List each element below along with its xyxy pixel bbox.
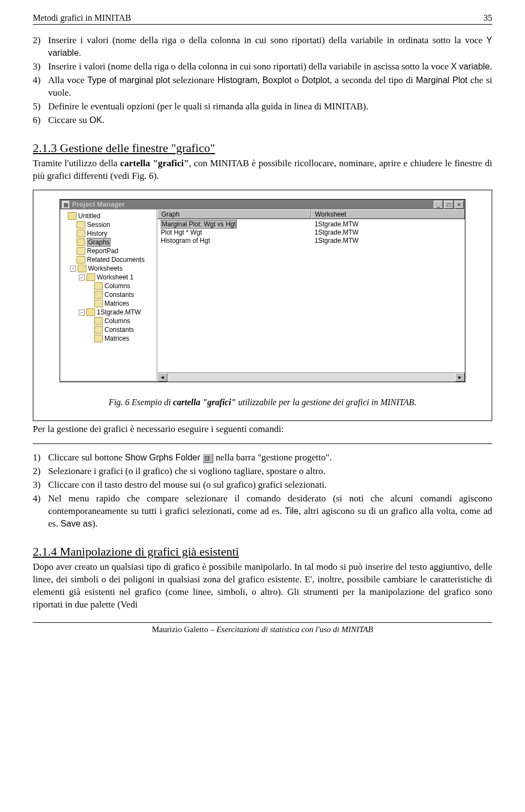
show-graphs-folder-icon[interactable] xyxy=(202,453,213,463)
project-manager-window: ▦ Project Manager _ □ × Untitled Session… xyxy=(60,199,465,382)
horizontal-scrollbar[interactable]: ◄ ► xyxy=(158,372,465,382)
graph-name: Histogram of Hgt xyxy=(161,237,210,244)
window-titlebar[interactable]: ▦ Project Manager _ □ × xyxy=(60,200,465,209)
tree-item[interactable]: Columns xyxy=(61,317,155,325)
list2-item-3: Cliccare con il tasto destro del mouse s… xyxy=(48,479,492,492)
tree-label: ReportPad xyxy=(87,247,118,255)
tree-label: 1Stgrade.MTW xyxy=(97,308,141,316)
tree-label: Columns xyxy=(104,282,130,290)
worksheet-name: 1Stgrade.MTW xyxy=(311,220,465,229)
folder-icon xyxy=(94,317,103,325)
expand-icon[interactable] xyxy=(88,336,92,341)
paragraph-commands: Per la gestione dei grafici è necessario… xyxy=(33,423,492,436)
folder-icon xyxy=(77,238,85,246)
list-row[interactable]: Marginal Plot: Wgt vs Hgt1Stgrade.MTW xyxy=(158,220,465,229)
tree-item[interactable]: Matrices xyxy=(61,299,155,308)
folder-icon xyxy=(77,230,85,237)
folder-icon xyxy=(68,212,77,220)
list-row[interactable]: Plot Hgt * Wgt1Stgrade.MTW xyxy=(158,229,465,237)
graph-name: Marginal Plot: Wgt vs Hgt xyxy=(161,220,237,229)
list2-item-4: Nel menu rapido che compare selezionare … xyxy=(48,493,492,530)
collapse-icon[interactable]: − xyxy=(79,309,85,316)
tree-label: Related Documents xyxy=(87,256,144,264)
tree-item[interactable]: −1Stgrade.MTW xyxy=(61,308,155,317)
expand-icon[interactable] xyxy=(88,319,92,324)
folder-icon xyxy=(94,335,103,342)
tree-label: Matrices xyxy=(104,300,129,307)
tree-item[interactable]: Columns xyxy=(61,282,155,290)
figure-6-container: ▦ Project Manager _ □ × Untitled Session… xyxy=(33,190,492,421)
folder-icon xyxy=(94,291,103,299)
folder-tree[interactable]: Untitled Session History Graphs ReportPa… xyxy=(60,209,158,382)
section-213-paragraph: Tramite l'utilizzo della cartella "grafi… xyxy=(33,157,492,183)
list1-item-3: Inserire i valori (nome della riga o del… xyxy=(48,61,492,73)
tree-item[interactable]: −Worksheets xyxy=(61,264,155,273)
worksheet-name: 1Stgrade.MTW xyxy=(311,229,465,237)
expand-icon[interactable] xyxy=(61,214,66,219)
collapse-icon[interactable]: − xyxy=(79,274,85,281)
list-row[interactable]: Histogram of Hgt1Stgrade.MTW xyxy=(158,237,465,245)
tree-label: Matrices xyxy=(104,335,129,342)
expand-icon[interactable] xyxy=(70,231,75,236)
tree-item[interactable]: −Worksheet 1 xyxy=(61,273,155,282)
folder-icon xyxy=(77,256,85,264)
expand-icon[interactable] xyxy=(70,240,75,245)
tree-label: History xyxy=(87,230,107,237)
collapse-icon[interactable]: − xyxy=(70,266,76,272)
instruction-list-2: 1)Cliccare sul bottone Show Grphs Folder… xyxy=(33,452,492,530)
folder-icon xyxy=(77,247,85,255)
folder-icon xyxy=(86,273,95,281)
expand-icon[interactable] xyxy=(70,223,75,227)
tree-item[interactable]: Session xyxy=(61,220,155,229)
tree-label: Constants xyxy=(104,326,134,334)
expand-icon[interactable] xyxy=(88,293,92,297)
list2-item-2: Selezionare i grafici (o il grafico) che… xyxy=(48,465,492,478)
close-button[interactable]: × xyxy=(454,201,464,209)
window-title: Project Manager xyxy=(72,201,433,208)
list1-item-4: Alla voce Type of marginal plot selezion… xyxy=(48,74,492,100)
expand-icon[interactable] xyxy=(88,301,92,306)
page-header: Metodi grafici in MINITAB 35 xyxy=(33,13,492,25)
folder-icon xyxy=(94,300,103,307)
tree-label: Worksheet 1 xyxy=(97,273,133,281)
tree-item[interactable]: Constants xyxy=(61,325,155,334)
section-214-paragraph: Dopo aver creato un qualsiasi tipo di gr… xyxy=(33,561,492,611)
divider xyxy=(33,443,492,444)
tree-label: Constants xyxy=(104,291,134,299)
section-213-title: 2.1.3 Gestione delle finestre "grafico" xyxy=(33,141,492,155)
scroll-left-button[interactable]: ◄ xyxy=(158,373,167,382)
expand-icon[interactable] xyxy=(88,284,92,289)
tree-item[interactable]: History xyxy=(61,229,155,238)
page-footer: Maurizio Galetto – Esercitazioni di stat… xyxy=(33,622,492,634)
expand-icon[interactable] xyxy=(70,258,75,262)
list2-item-1: Cliccare sul bottone Show Grphs Folder n… xyxy=(48,452,492,464)
tree-item[interactable]: Untitled xyxy=(61,212,155,220)
section-214-title: 2.1.4 Manipolazione di grafici già esist… xyxy=(33,545,492,559)
graph-name: Plot Hgt * Wgt xyxy=(161,229,202,236)
tree-label: Session xyxy=(87,221,110,229)
folder-icon xyxy=(86,308,95,316)
folder-icon xyxy=(94,326,103,334)
expand-icon[interactable] xyxy=(88,328,92,332)
tree-label: Untitled xyxy=(78,212,101,220)
tree-label: Columns xyxy=(104,317,130,325)
minimize-button[interactable]: _ xyxy=(434,201,443,209)
folder-icon xyxy=(78,265,86,272)
header-title: Metodi grafici in MINITAB xyxy=(33,13,131,23)
tree-label: Graphs xyxy=(87,238,110,247)
tree-item[interactable]: ReportPad xyxy=(61,247,155,255)
expand-icon[interactable] xyxy=(70,249,75,254)
col-graph[interactable]: Graph xyxy=(158,209,311,219)
scroll-right-button[interactable]: ► xyxy=(455,373,465,382)
worksheet-name: 1Stgrade.MTW xyxy=(311,237,465,245)
col-worksheet[interactable]: Worksheet xyxy=(311,209,465,219)
tree-item[interactable]: Related Documents xyxy=(61,255,155,264)
maximize-button[interactable]: □ xyxy=(444,201,453,209)
tree-item[interactable]: Constants xyxy=(61,290,155,299)
tree-item[interactable]: Matrices xyxy=(61,334,155,343)
tree-item[interactable]: Graphs xyxy=(61,238,155,247)
list1-item-6: Ciccare su OK. xyxy=(48,114,492,127)
list1-item-5: Definire le eventuali opzioni (per le qu… xyxy=(48,101,492,113)
list1-item-2: Inserire i valori (nome della riga o del… xyxy=(48,34,492,60)
graph-list[interactable]: Marginal Plot: Wgt vs Hgt1Stgrade.MTWPlo… xyxy=(158,219,465,372)
